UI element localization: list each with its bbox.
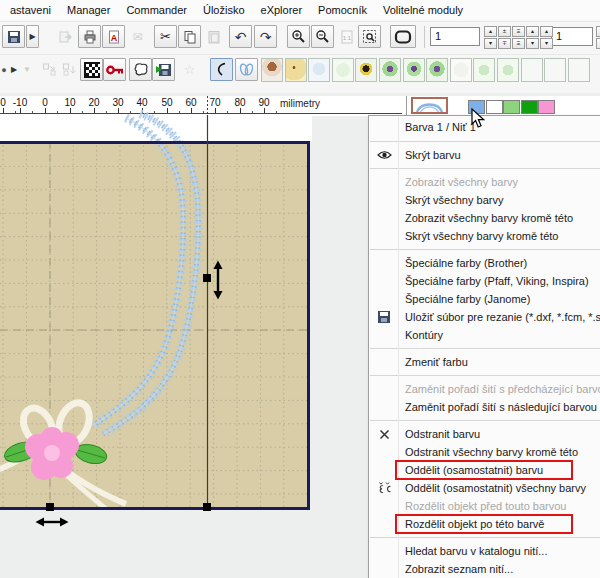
copy-down-button[interactable]	[58, 58, 81, 81]
paste-button[interactable]	[202, 25, 225, 48]
stitch-spinner-button-2-up[interactable]: ±	[498, 26, 511, 37]
menu-item-zaměnit-pořadí-šití-s-následující-barvou[interactable]: Zaměnit pořadí šití s následující barvou	[369, 398, 600, 416]
lock-key-button[interactable]	[103, 58, 126, 81]
toolbar-separator	[424, 26, 425, 48]
menu-item-skrýt-všechny-barvy-kromě-této[interactable]: Skrýt všechny barvy kromě této	[369, 227, 600, 245]
zoom-select-button[interactable]	[358, 25, 381, 48]
cut-button[interactable]: ✂	[154, 25, 177, 48]
print-button[interactable]	[78, 25, 101, 48]
stitch-spinner-button-1-up[interactable]: ▴	[484, 26, 497, 37]
design-canvas[interactable]	[0, 96, 380, 544]
undo-button[interactable]: ↶	[229, 25, 252, 48]
stitch-spinner-button-1-down[interactable]: ▾	[484, 38, 497, 49]
top-chrome: astaveniManagerCommanderÚložiskoeXplorer…	[0, 0, 600, 93]
menu-item-zaměnit-pořadí-šití-s-předcházející-barv[interactable]: Zaměnit pořadí šití s předcházející barv…	[369, 380, 600, 398]
zoom-in-button[interactable]	[287, 25, 310, 48]
floppy-icon	[375, 310, 393, 324]
bottom-handle-left[interactable]	[46, 503, 54, 511]
color-5-swatch[interactable]	[521, 100, 538, 114]
stitch-handle[interactable]	[203, 274, 211, 282]
menu-item-zmeniť-farbu[interactable]: Zmeniť farbu	[369, 353, 600, 371]
menu-item-astaveni[interactable]: astaveni	[2, 2, 59, 19]
zoom-1to1-button[interactable]: 1:1	[335, 25, 358, 48]
design-thumb-13[interactable]	[544, 58, 566, 82]
menu-item-zobrazit-všechny-barvy[interactable]: Zobrazit všechny barvy	[369, 173, 600, 191]
menu-item--lo-isko[interactable]: Úložisko	[195, 2, 253, 19]
zoom-out-button[interactable]	[311, 25, 334, 48]
export-button[interactable]	[54, 25, 77, 48]
mail-button[interactable]: ✉	[126, 25, 149, 48]
menu-item-oddělit-osamostatnit-barvu[interactable]: Oddělit (osamostatnit) barvu	[369, 461, 600, 479]
menu-item-label: Odstranit všechny barvy kromě této	[405, 446, 578, 458]
hoop-icon	[394, 30, 412, 44]
menu-item-odstranit-všechny-barvy-kromě-této[interactable]: Odstranit všechny barvy kromě této	[369, 443, 600, 461]
stitch-spinner-button-2-down[interactable]: ∓	[498, 38, 511, 49]
menu-header-color-name: Barva 1 / Niť 1	[369, 117, 600, 137]
menu-item-zobrazit-všechny-barvy-kromě-této[interactable]: Zobrazit všechny barvy kromě této	[369, 209, 600, 227]
design-thumb-6[interactable]	[379, 58, 401, 82]
menu-item-odstranit-barvu[interactable]: Odstranit barvu	[369, 425, 600, 443]
color-number-field[interactable]: 1	[551, 27, 593, 46]
design-thumb-2[interactable]	[285, 58, 307, 82]
menu-item-zobrazit-seznam-nití[interactable]: Zobrazit seznam nití...	[369, 560, 600, 578]
color-6-swatch[interactable]	[538, 100, 555, 114]
stitch-number-field[interactable]: 1	[430, 27, 480, 46]
menu-item-skrýt-barvu[interactable]: Skrýt barvu	[369, 146, 600, 164]
menu-item-rozdělit-objekt-po-této-barvě[interactable]: Rozdělit objekt po této barvě	[369, 515, 600, 533]
menu-item-label: Skrýt všechny barvy kromě této	[405, 230, 558, 242]
favorite-button[interactable]: ☆	[178, 58, 201, 81]
design-thumb-1[interactable]	[261, 58, 283, 82]
redo-button[interactable]: ↷	[254, 25, 277, 48]
design-thumb-9[interactable]	[450, 58, 472, 82]
stitch-spinner-button-5-up[interactable]: ▴	[540, 26, 553, 37]
menu-item-špeciálne-farby-janome[interactable]: Špeciálne farby (Janome)	[369, 290, 600, 308]
save-dropdown-button[interactable]: ▶	[26, 25, 39, 48]
stitch-spinner-button-3-up[interactable]: Ξ	[512, 26, 525, 37]
menu-item-label: Špeciálne farby (Brother)	[405, 257, 527, 269]
menu-item-explorer[interactable]: eXplorer	[253, 2, 311, 19]
design-thumb-11[interactable]	[497, 58, 519, 82]
color-spinner-button-1-up[interactable]: ▴	[596, 26, 600, 37]
menu-item-hledat-barvu-v-katalogu-nití[interactable]: Hledat barvu v katalogu nití...	[369, 542, 600, 560]
freehand-select-button[interactable]	[129, 58, 152, 81]
color-4-swatch[interactable]	[503, 100, 520, 114]
color-spinner-button-1-down[interactable]: ▾	[596, 38, 600, 49]
selected-color-preview[interactable]	[411, 97, 448, 114]
drop-arrow-button[interactable]: ▼	[20, 58, 34, 81]
pdf-export-button[interactable]: A	[102, 25, 125, 48]
design-thumb-8[interactable]	[426, 58, 448, 82]
loops-tool-button[interactable]	[235, 58, 258, 81]
menu-item-skrýt-všechny-barvy[interactable]: Skrýt všechny barvy	[369, 191, 600, 209]
menu-item-commander[interactable]: Commander	[118, 2, 195, 19]
menu-item-pomocn-k[interactable]: Pomocník	[310, 2, 375, 19]
stitch-spinner-button-4-up[interactable]: ▴	[526, 26, 539, 37]
menu-item-špeciálne-farby-brother[interactable]: Špeciálne farby (Brother)	[369, 254, 600, 272]
stitch-spinner-button-4-down[interactable]: ▾	[526, 38, 539, 49]
save-part-button[interactable]	[152, 58, 175, 81]
design-thumb-7[interactable]	[403, 58, 425, 82]
menu-item-špeciálne-farby-pfaff-viking-inspira[interactable]: Špeciálne farby (Pfaff, Viking, Inspira)	[369, 272, 600, 290]
bottom-handle-right[interactable]	[203, 503, 211, 511]
design-thumb-10[interactable]	[473, 58, 495, 82]
design-thumb-3[interactable]	[308, 58, 330, 82]
design-thumb-14[interactable]	[568, 58, 590, 82]
menu-item-rozdělit-objekt-před-touto-barvou[interactable]: Rozdělit objekt před touto barvou	[369, 497, 600, 515]
save-button[interactable]	[2, 25, 25, 48]
node-next-button[interactable]: ▶	[8, 58, 20, 81]
stitch-spinner-button-5-down[interactable]: ▾	[540, 38, 553, 49]
color-2-swatch[interactable]	[468, 100, 485, 114]
design-thumb-12[interactable]	[521, 58, 543, 82]
menu-item-uložiť-súbor-pre-rezanie-dxf-fcm-svg[interactable]: Uložiť súbor pre rezanie (*.dxf, *.fcm, …	[369, 308, 600, 326]
curve-tool-button[interactable]	[210, 58, 233, 81]
color-3-swatch[interactable]	[486, 100, 503, 114]
design-thumb-4[interactable]	[332, 58, 354, 82]
hoop-button[interactable]	[390, 25, 416, 48]
menu-item-kontúry[interactable]: Kontúry	[369, 326, 600, 344]
menu-item-oddělit-osamostatnit-všechny-barvy[interactable]: Oddělit (osamostatnit) všechny barvy	[369, 479, 600, 497]
copy-button[interactable]	[178, 25, 201, 48]
stitch-spinner-button-3-down[interactable]: Ξ	[512, 38, 525, 49]
menu-item-manager[interactable]: Manager	[59, 2, 118, 19]
menu-item-voliteln-moduly[interactable]: Volitelné moduly	[375, 2, 471, 19]
design-thumb-5[interactable]	[355, 58, 377, 82]
fill-pattern-button[interactable]	[80, 58, 103, 81]
